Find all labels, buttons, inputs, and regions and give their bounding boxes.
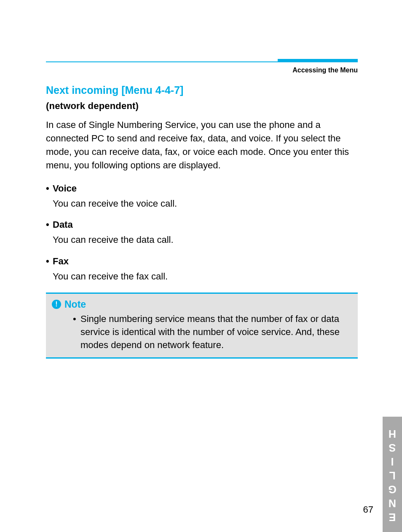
- page-content: Accessing the Menu Next incoming [Menu 4…: [46, 59, 358, 359]
- bullet-icon: •: [46, 256, 53, 267]
- note-title: Note: [64, 299, 86, 310]
- section-body: In case of Single Numbering Service, you…: [46, 118, 358, 172]
- option-voice: • Voice You can receive the voice call.: [46, 183, 358, 210]
- bullet-icon: •: [46, 183, 53, 194]
- section-title: Next incoming [Menu 4-4-7]: [46, 84, 358, 96]
- option-desc: You can receive the data call.: [53, 234, 358, 247]
- header-rule-thick: [278, 59, 358, 62]
- option-fax: • Fax You can receive the fax call.: [46, 256, 358, 283]
- info-icon: !: [52, 300, 61, 309]
- language-tab-label: ENGLISH: [386, 426, 399, 523]
- language-tab: ENGLISH: [383, 417, 402, 532]
- note-text: Single numbering service means that the …: [80, 313, 350, 351]
- option-desc: You can receive the voice call.: [53, 197, 358, 210]
- bullet-icon: •: [46, 219, 53, 230]
- option-desc: You can receive the fax call.: [53, 270, 358, 283]
- note-header: ! Note: [52, 299, 350, 310]
- option-data: • Data You can receive the data call.: [46, 219, 358, 247]
- note-box: ! Note • Single numbering service means …: [46, 293, 358, 359]
- page-number: 67: [363, 504, 373, 515]
- section-subtitle: (network dependent): [46, 101, 358, 112]
- option-label: Fax: [53, 256, 69, 267]
- running-header: Accessing the Menu: [46, 66, 358, 74]
- note-body: • Single numbering service means that th…: [73, 313, 350, 351]
- option-label: Data: [53, 219, 73, 230]
- header-rule: [46, 59, 358, 62]
- bullet-icon: •: [73, 313, 80, 351]
- option-label: Voice: [53, 183, 77, 194]
